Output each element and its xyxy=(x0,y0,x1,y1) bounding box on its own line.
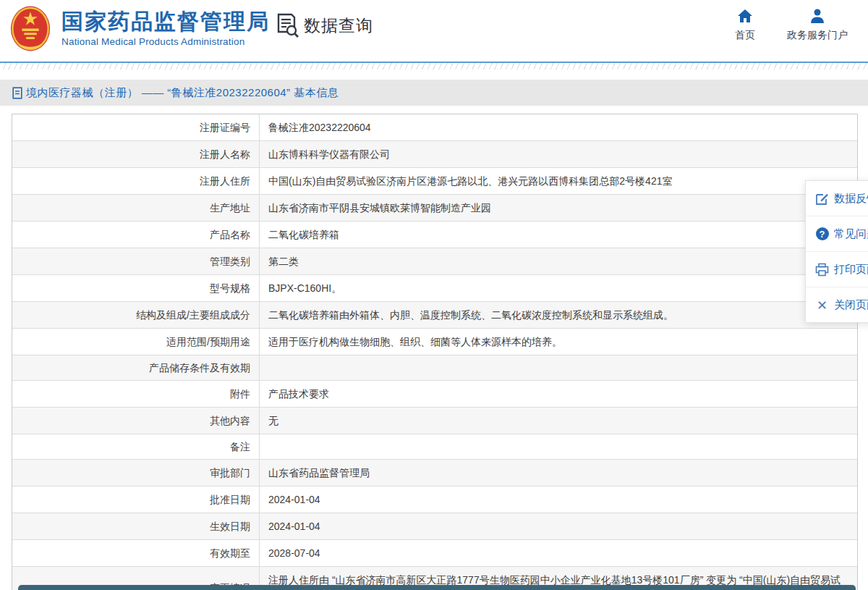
info-table: 注册证编号 鲁械注准20232220604 注册人名称 山东博科科学仪器有限公司… xyxy=(12,114,858,590)
faq-question-icon: ? xyxy=(815,227,829,241)
row-label: 注册证编号 xyxy=(12,114,260,140)
table-row: 管理类别 第二类 xyxy=(12,248,857,275)
table-row: 型号规格 BJPX-C160HI。 xyxy=(12,275,857,302)
row-label: 产品储存条件及有效期 xyxy=(12,355,260,380)
row-value: 山东省济南市平阴县安城镇欧莱博智能制造产业园 xyxy=(260,195,857,221)
home-icon xyxy=(736,7,754,25)
row-value: 山东省药品监督管理局 xyxy=(260,460,857,486)
row-value: 无 xyxy=(260,408,857,434)
org-name-en: National Medical Products Administration xyxy=(61,36,270,47)
panel-item-print[interactable]: 打印页面 xyxy=(806,252,868,287)
row-value: 二氧化碳培养箱 xyxy=(260,222,857,248)
page-doc-icon xyxy=(12,87,22,99)
row-label: 附件 xyxy=(12,381,260,407)
row-label: 其他内容 xyxy=(12,408,260,434)
row-value: 2024-01-04 xyxy=(260,513,857,539)
nav-home-label: 首页 xyxy=(735,29,755,42)
row-value xyxy=(260,355,857,380)
panel-item-label: 打印页面 xyxy=(834,263,868,277)
table-row: 其他内容 无 xyxy=(12,408,857,434)
bottom-bar xyxy=(18,585,856,590)
row-label: 生产地址 xyxy=(12,195,260,221)
row-label: 适用范围/预期用途 xyxy=(12,329,260,355)
table-row: 审批部门 山东省药品监督管理局 xyxy=(12,460,857,486)
row-value: 中国(山东)自由贸易试验区济南片区港源七路以北、港兴元路以西博科集团总部2号楼4… xyxy=(260,168,857,194)
org-title-block: 国家药品监督管理局 National Medical Products Admi… xyxy=(61,9,270,47)
nav-gov-portal-label: 政务服务门户 xyxy=(787,29,848,42)
row-value: 第二类 xyxy=(260,248,857,274)
user-icon xyxy=(809,7,826,25)
page-title: 境内医疗器械（注册） —— “鲁械注准20232220604” 基本信息 xyxy=(26,86,339,100)
panel-item-label: 关闭页面 xyxy=(834,298,868,312)
feedback-edit-icon xyxy=(815,192,829,206)
table-row: 附件 产品技术要求 xyxy=(12,381,857,408)
table-row: 生效日期 2024-01-04 xyxy=(12,513,857,540)
header-stripe-band xyxy=(0,63,868,69)
row-value: 鲁械注准20232220604 xyxy=(260,114,857,140)
floating-tools-panel: 数据反馈 ? 常见问题 打印页面 ✕ 关闭页面 xyxy=(805,180,868,323)
table-row: 注册人住所 中国(山东)自由贸易试验区济南片区港源七路以北、港兴元路以西博科集团… xyxy=(12,168,857,195)
site-header: 国家药品监督管理局 National Medical Products Admi… xyxy=(0,0,868,62)
row-label: 备注 xyxy=(12,434,260,459)
row-label: 审批部门 xyxy=(12,460,260,486)
row-label: 结构及组成/主要组成成分 xyxy=(12,302,260,328)
row-value: 2024-01-04 xyxy=(260,486,857,513)
national-emblem-logo xyxy=(9,4,51,53)
row-label: 注册人名称 xyxy=(12,141,260,167)
table-row: 产品储存条件及有效期 xyxy=(12,355,857,381)
table-row: 生产地址 山东省济南市平阴县安城镇欧莱博智能制造产业园 xyxy=(12,195,857,222)
row-value xyxy=(260,434,857,459)
header-nav: 首页 政务服务门户 xyxy=(735,7,848,42)
row-label: 型号规格 xyxy=(12,275,260,301)
table-row: 有效期至 2028-07-04 xyxy=(12,540,857,567)
row-label: 有效期至 xyxy=(12,540,260,566)
row-value: 2028-07-04 xyxy=(260,540,857,566)
panel-item-label: 常见问题 xyxy=(834,227,868,241)
row-label: 生效日期 xyxy=(12,513,260,539)
page: 国家药品监督管理局 National Medical Products Admi… xyxy=(0,0,868,590)
nav-home[interactable]: 首页 xyxy=(735,7,755,42)
row-value: 适用于医疗机构做生物细胞、组织、细菌等人体来源样本的培养。 xyxy=(260,329,857,355)
row-label: 管理类别 xyxy=(12,248,260,274)
table-row: 批准日期 2024-01-04 xyxy=(12,486,857,513)
document-search-icon xyxy=(275,12,299,38)
row-value: 山东博科科学仪器有限公司 xyxy=(260,141,857,167)
nav-gov-portal[interactable]: 政务服务门户 xyxy=(787,7,848,42)
table-row: 注册证编号 鲁械注准20232220604 xyxy=(12,114,857,141)
page-title-bar: 境内医疗器械（注册） —— “鲁械注准20232220604” 基本信息 xyxy=(0,80,868,106)
row-value: 产品技术要求 xyxy=(260,381,857,407)
print-icon xyxy=(815,263,829,277)
row-label: 批准日期 xyxy=(12,486,260,513)
table-row: 适用范围/预期用途 适用于医疗机构做生物细胞、组织、细菌等人体来源样本的培养。 xyxy=(12,329,857,355)
org-name-cn: 国家药品监督管理局 xyxy=(61,9,270,34)
row-value: 二氧化碳培养箱由外箱体、内胆、温度控制系统、二氧化碳浓度控制系统和显示系统组成。 xyxy=(260,302,857,328)
table-row: 备注 xyxy=(12,434,857,460)
row-label: 注册人住所 xyxy=(12,168,260,194)
table-row: 结构及组成/主要组成成分 二氧化碳培养箱由外箱体、内胆、温度控制系统、二氧化碳浓… xyxy=(12,302,857,329)
data-query-section[interactable]: 数据查询 xyxy=(275,12,373,38)
row-value: BJPX-C160HI。 xyxy=(260,275,857,301)
panel-item-label: 数据反馈 xyxy=(834,192,868,206)
close-icon: ✕ xyxy=(815,298,829,312)
panel-item-close[interactable]: ✕ 关闭页面 xyxy=(806,287,868,323)
table-row: 产品名称 二氧化碳培养箱 xyxy=(12,222,857,248)
table-row: 注册人名称 山东博科科学仪器有限公司 xyxy=(12,141,857,168)
panel-item-faq[interactable]: ? 常见问题 xyxy=(806,216,868,252)
row-label: 产品名称 xyxy=(12,222,260,248)
data-query-label: 数据查询 xyxy=(304,14,373,37)
panel-item-feedback[interactable]: 数据反馈 xyxy=(806,181,868,216)
